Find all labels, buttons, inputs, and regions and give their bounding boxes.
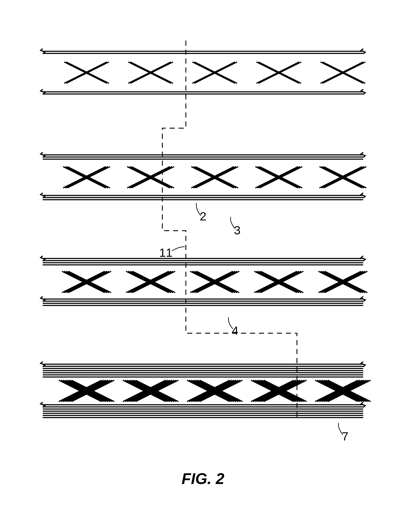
structure-7: [41, 362, 371, 418]
structure-3: [41, 152, 366, 200]
structure-2: [41, 49, 365, 94]
ref-label-3: 3: [234, 223, 240, 237]
figure-svg: .wire { stroke:#000; stroke-width:5; fil…: [0, 0, 420, 531]
ref-label-4: 4: [232, 324, 239, 338]
structure-4: [41, 256, 367, 305]
ref-label-11: 11: [159, 246, 172, 260]
ref-label-2: 2: [200, 209, 206, 223]
ref-label-7: 7: [342, 429, 348, 443]
figure-label: FIG. 2: [181, 470, 224, 487]
figure-page: .wire { stroke:#000; stroke-width:5; fil…: [0, 0, 420, 531]
